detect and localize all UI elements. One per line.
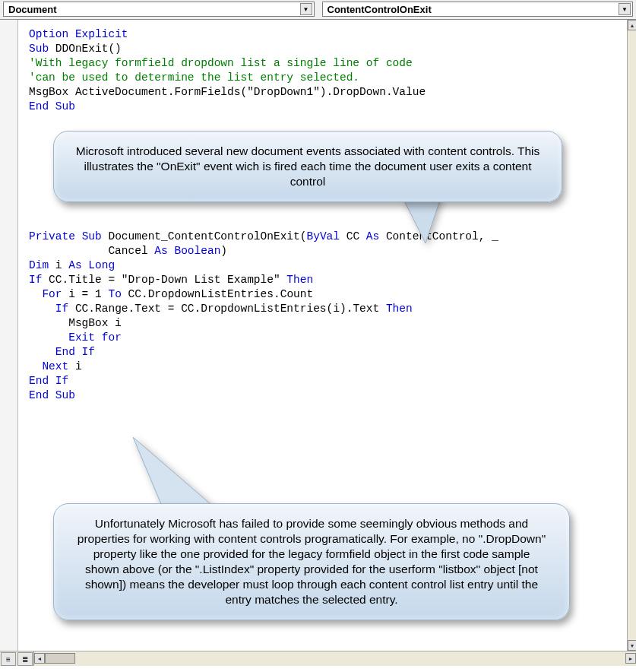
code-keyword: Option bbox=[29, 28, 68, 40]
vertical-scrollbar[interactable]: ▲ ▼ bbox=[627, 20, 636, 651]
scroll-thumb[interactable] bbox=[45, 653, 75, 664]
full-module-view-button[interactable]: ≣ bbox=[17, 652, 33, 666]
callout-text: Unfortunately Microsoft has failed to pr… bbox=[78, 517, 546, 606]
chevron-down-icon[interactable]: ▼ bbox=[619, 3, 631, 15]
chevron-down-icon[interactable]: ▼ bbox=[300, 3, 312, 15]
svg-marker-0 bbox=[403, 198, 441, 243]
object-dropdown[interactable]: Document ▼ bbox=[3, 2, 315, 17]
view-buttons: ≡ ≣ bbox=[0, 651, 34, 666]
code-text: MsgBox ActiveDocument.FormFields("DropDo… bbox=[29, 86, 426, 98]
bottom-bar: ≡ ≣ ◄ ► bbox=[0, 651, 636, 666]
scroll-left-icon[interactable]: ◄ bbox=[34, 653, 45, 664]
callout-annotation-1: Microsoft introduced several new documen… bbox=[53, 131, 562, 202]
scroll-down-icon[interactable]: ▼ bbox=[628, 640, 636, 651]
scroll-up-icon[interactable]: ▲ bbox=[628, 20, 636, 30]
code-comment: 'can be used to determine the list entry… bbox=[29, 71, 359, 84]
code-keyword: End Sub bbox=[29, 100, 75, 113]
scroll-right-icon[interactable]: ► bbox=[625, 653, 636, 664]
dropdown-bar: Document ▼ ContentControlOnExit ▼ bbox=[0, 0, 636, 20]
code-comment: 'With legacy formfield dropdown list a s… bbox=[29, 57, 413, 69]
callout-text: Microsoft introduced several new documen… bbox=[76, 144, 540, 188]
procedure-view-button[interactable]: ≡ bbox=[1, 652, 16, 666]
procedure-dropdown[interactable]: ContentControlOnExit ▼ bbox=[322, 2, 634, 17]
code-keyword: Private bbox=[29, 230, 75, 242]
procedure-dropdown-value: ContentControlOnExit bbox=[327, 4, 432, 15]
code-keyword: Sub bbox=[29, 43, 49, 55]
horizontal-scrollbar[interactable]: ◄ ► bbox=[34, 651, 636, 666]
code-text: DDOnExit() bbox=[49, 43, 122, 55]
callout-annotation-2: Unfortunately Microsoft has failed to pr… bbox=[53, 503, 570, 620]
code-keyword: Explicit bbox=[68, 28, 128, 40]
svg-marker-1 bbox=[133, 437, 217, 509]
margin-gutter bbox=[0, 20, 18, 651]
object-dropdown-value: Document bbox=[8, 4, 57, 15]
